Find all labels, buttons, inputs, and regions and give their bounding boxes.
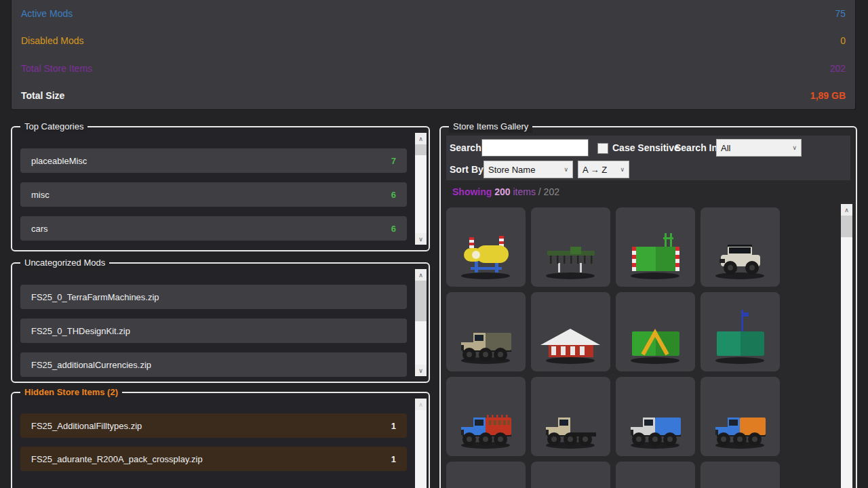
search-in-value: All <box>721 143 730 153</box>
row-text: FS25_0_TerraFarmMachines.zip <box>31 292 159 302</box>
scroll-up-icon[interactable]: ∧ <box>415 399 427 410</box>
category-row[interactable]: placeableMisc7 <box>20 148 407 173</box>
scrollbar-thumb[interactable] <box>415 281 427 321</box>
store-item-card[interactable] <box>616 377 695 456</box>
red-building-thumbnail <box>531 292 610 371</box>
blue-orange-truck-thumbnail <box>701 377 780 456</box>
case-sensitive-checkbox[interactable] <box>597 143 608 154</box>
sort-by-select[interactable]: Store Name ∨ <box>484 161 573 178</box>
green-planter-thumbnail <box>531 207 610 287</box>
stat-value: 202 <box>830 63 846 74</box>
uncategorized-scrollbar[interactable]: ∧ ∨ <box>415 269 427 376</box>
military-truck-thumbnail <box>446 292 526 371</box>
store-items-gallery-title: Store Items Gallery <box>449 121 532 133</box>
scroll-up-icon[interactable]: ∧ <box>415 133 427 144</box>
row-text: misc <box>31 190 50 200</box>
search-input[interactable] <box>481 139 589 157</box>
showing-prefix: Showing <box>452 186 492 197</box>
hidden-mod-row[interactable]: FS25_adurante_R200A_pack_crossplay.zip1 <box>20 447 407 471</box>
store-item-card[interactable] <box>701 462 780 488</box>
gallery-toolbar: Search Case Sensitive Search In All ∨ So… <box>446 136 850 180</box>
stat-label: Total Store Items <box>21 63 92 74</box>
row-count: 7 <box>391 156 396 166</box>
hidden-store-items-title: Hidden Store Items (2) <box>20 386 122 399</box>
top-categories-scrollbar[interactable]: ∧ ∨ <box>415 133 427 245</box>
mod-row[interactable]: FS25_0_THDesignKit.zip <box>20 319 407 343</box>
sort-direction-value: A → Z <box>583 165 607 175</box>
row-text: FS25_0_THDesignKit.zip <box>31 326 130 336</box>
stat-value: 1,89 GB <box>810 90 846 101</box>
search-in-select[interactable]: All ∨ <box>716 139 802 157</box>
gallery-scrollbar[interactable]: ∧ <box>841 204 852 488</box>
chevron-down-icon: ∨ <box>792 144 797 151</box>
hidden-items-scrollbar[interactable]: ∧ <box>415 399 427 488</box>
category-row[interactable]: cars6 <box>20 216 407 241</box>
yellow-sprayer-thumbnail <box>446 207 526 287</box>
store-item-card[interactable] <box>701 207 780 287</box>
stat-label: Total Size <box>21 90 64 101</box>
store-item-card[interactable] <box>616 207 695 287</box>
stat-value: 0 <box>840 35 846 46</box>
green-striped-container-thumbnail <box>616 207 695 287</box>
store-item-card[interactable] <box>446 292 526 371</box>
store-item-card[interactable] <box>616 292 695 371</box>
scroll-up-icon[interactable]: ∧ <box>415 269 427 281</box>
case-sensitive-label: Case Sensitive <box>612 142 679 153</box>
stat-row: Total Size1,89 GB <box>21 82 846 109</box>
row-text: FS25_additionalCurrencies.zip <box>31 360 151 370</box>
store-item-card[interactable] <box>531 292 610 371</box>
scroll-up-icon[interactable]: ∧ <box>841 204 852 216</box>
store-item-card[interactable] <box>701 292 780 371</box>
showing-separator: / <box>538 186 541 197</box>
store-items-gallery-group: Store Items Gallery Search Case Sensitiv… <box>439 126 857 488</box>
store-item-card[interactable] <box>701 377 780 456</box>
store-item-card[interactable] <box>446 377 526 456</box>
row-count: 1 <box>391 454 396 464</box>
row-count: 6 <box>391 190 396 200</box>
showing-status: Showing 200 items / 202 <box>452 186 559 197</box>
blue-log-truck-thumbnail <box>446 377 526 456</box>
stat-label: Disabled Mods <box>21 35 84 46</box>
store-item-card[interactable] <box>531 462 610 488</box>
scrollbar-thumb[interactable] <box>841 216 852 237</box>
row-count: 6 <box>391 224 396 234</box>
sort-direction-select[interactable]: A → Z ∨ <box>578 161 629 178</box>
stat-label: Active Mods <box>21 8 73 19</box>
showing-count: 200 <box>494 186 510 197</box>
chevron-down-icon: ∨ <box>620 166 625 173</box>
top-categories-title: Top Categories <box>20 121 87 133</box>
scroll-down-icon[interactable]: ∨ <box>415 233 427 245</box>
uncategorized-mods-group: Uncategorized Mods FS25_0_TerraFarmMachi… <box>11 262 430 383</box>
row-text: placeableMisc <box>31 156 87 166</box>
stat-row: Disabled Mods0 <box>21 27 846 54</box>
store-item-card[interactable] <box>446 207 526 287</box>
chevron-down-icon: ∨ <box>564 166 568 173</box>
green-dumpster-aframe-thumbnail <box>616 292 695 371</box>
white-suv-thumbnail <box>701 207 780 287</box>
search-label: Search <box>450 142 481 153</box>
store-item-card[interactable] <box>531 207 610 287</box>
category-row[interactable]: misc6 <box>20 182 407 207</box>
stat-value: 75 <box>835 8 846 19</box>
mod-row[interactable]: FS25_additionalCurrencies.zip <box>20 352 407 377</box>
scroll-down-icon[interactable]: ∨ <box>415 365 427 376</box>
scrollbar-thumb[interactable] <box>415 144 427 155</box>
hidden-store-items-group: Hidden Store Items (2) FS25_AdditionalFi… <box>11 392 430 488</box>
showing-unit: items <box>513 186 535 197</box>
store-item-card[interactable] <box>616 462 695 488</box>
tan-tractor-truck-thumbnail <box>531 377 610 456</box>
row-text: FS25_adurante_R200A_pack_crossplay.zip <box>31 454 203 464</box>
mod-row[interactable]: FS25_0_TerraFarmMachines.zip <box>20 285 407 309</box>
store-item-card[interactable] <box>446 462 526 488</box>
stat-row: Active Mods75 <box>21 0 846 27</box>
uncategorized-mods-title: Uncategorized Mods <box>20 257 109 269</box>
hidden-mod-row[interactable]: FS25_AdditionalFilltypes.zip1 <box>20 413 407 438</box>
search-in-label: Search In <box>675 142 717 153</box>
store-item-card[interactable] <box>531 377 610 456</box>
gray-blue-dump-truck-thumbnail <box>616 377 695 456</box>
row-text: cars <box>31 224 48 234</box>
showing-total: 202 <box>544 186 559 197</box>
sort-by-label: Sort By <box>450 164 484 175</box>
stat-row: Total Store Items202 <box>21 55 846 82</box>
sort-by-value: Store Name <box>488 165 535 175</box>
